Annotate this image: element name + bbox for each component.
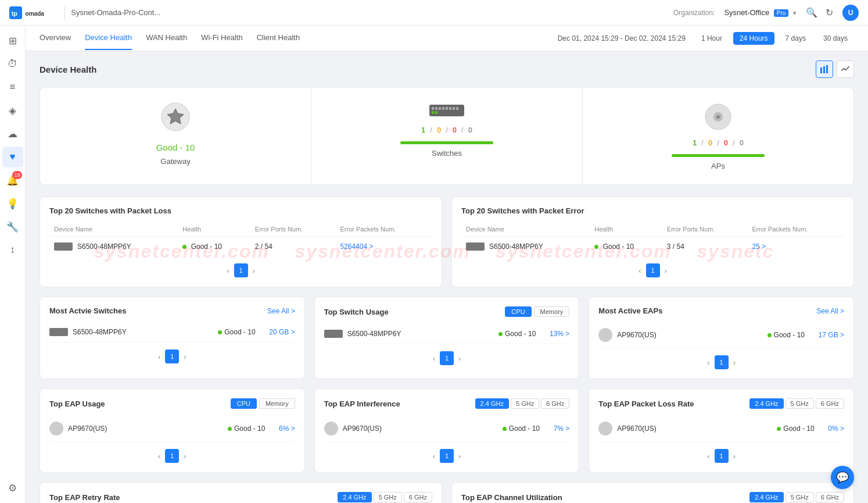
prev-page-btn-3[interactable]: ‹ <box>158 352 160 361</box>
subnav-wifi-health[interactable]: Wi-Fi Health <box>201 26 243 50</box>
next-page-btn-6[interactable]: › <box>184 452 186 461</box>
packet-loss-name: AP9670(US) <box>617 424 772 433</box>
view-btn-line[interactable] <box>837 60 854 78</box>
time-btn-30days[interactable]: 30 days <box>817 32 854 45</box>
next-page-btn-3[interactable]: › <box>184 352 186 361</box>
view-btn-chart[interactable] <box>816 60 833 78</box>
eap-value[interactable]: 17 GB > <box>819 331 844 339</box>
next-page-btn-7[interactable]: › <box>458 452 461 461</box>
sidebar-item-stats[interactable]: ⏱ <box>2 53 23 74</box>
time-btn-24hours[interactable]: 24 Hours <box>733 32 774 45</box>
ghz-2.4-btn[interactable]: 2.4 GHz <box>475 398 509 409</box>
next-page-btn[interactable]: › <box>253 266 255 275</box>
page-1-btn-4[interactable]: 1 <box>440 351 454 365</box>
next-page-btn-4[interactable]: › <box>458 354 461 363</box>
ghz-2.4-btn-3[interactable]: 2.4 GHz <box>338 492 371 502</box>
error-packets-link[interactable]: 5264404 > <box>340 242 373 251</box>
prev-page-btn[interactable]: ‹ <box>227 266 229 275</box>
sidebar-item-list[interactable]: ≡ <box>2 77 23 98</box>
subnav-wan-health[interactable]: WAN Health <box>146 26 187 50</box>
sidebar-item-health[interactable]: ♥ <box>2 147 23 167</box>
ghz-5-btn-3[interactable]: 5 GHz <box>374 492 402 502</box>
mid-row: Most Actvie Switches See All > S6500-48M… <box>40 297 854 379</box>
eap-cpu-toggle-btn[interactable]: CPU <box>231 398 257 409</box>
sidebar-item-settings[interactable]: ⚙ <box>2 477 23 498</box>
error-packets-link-2[interactable]: 25 > <box>752 242 766 251</box>
prev-page-btn-7[interactable]: ‹ <box>433 452 435 461</box>
sidebar-item-cloud[interactable]: ☁ <box>2 123 23 144</box>
next-page-btn-5[interactable]: › <box>733 358 736 367</box>
sidebar-item-topology[interactable]: ◈ <box>2 100 23 121</box>
sidebar-item-insights[interactable]: 💡 <box>2 193 23 214</box>
switch-icon-sm-2 <box>324 330 343 338</box>
sidebar-item-traffic[interactable]: ↕ <box>2 240 23 261</box>
logo[interactable]: tp omada <box>9 6 52 19</box>
subnav-overview[interactable]: Overview <box>40 26 71 50</box>
page-1-btn-6[interactable]: 1 <box>165 449 179 463</box>
page-1-btn-3[interactable]: 1 <box>165 349 179 363</box>
packet-loss-header: Top 20 Switches with Packet Loss <box>49 206 432 215</box>
summary-gateway[interactable]: Good - 10 Gateway <box>40 88 311 184</box>
next-page-btn-8[interactable]: › <box>733 452 736 461</box>
switch-value[interactable]: 20 GB > <box>269 328 295 336</box>
subnav-client-health[interactable]: Client Health <box>257 26 300 50</box>
ghz-2.4-btn-4[interactable]: 2.4 GHz <box>749 492 783 502</box>
search-icon[interactable]: 🔍 <box>806 7 817 18</box>
interference-value[interactable]: 7% > <box>554 424 570 433</box>
ap-icon-sm-2 <box>49 422 63 436</box>
cpu-toggle-btn[interactable]: CPU <box>505 306 531 317</box>
ghz-2.4-btn-2[interactable]: 2.4 GHz <box>749 398 783 409</box>
chat-fab-button[interactable]: 💬 <box>831 466 854 489</box>
time-btn-1hour[interactable]: 1 Hour <box>695 32 729 45</box>
ghz-6-btn-3[interactable]: 6 GHz <box>404 492 432 502</box>
list-item: AP9670(US) Good - 10 6% > <box>49 416 295 442</box>
eap-row: Top EAP Usage CPU Memory AP9670(US) Good… <box>40 388 854 473</box>
svg-rect-7 <box>429 105 464 116</box>
eap-packet-loss-ghz: 2.4 GHz 5 GHz 6 GHz <box>749 398 844 409</box>
subnav-device-health[interactable]: Device Health <box>85 26 132 50</box>
refresh-icon[interactable]: ↻ <box>826 7 833 18</box>
eap-memory-toggle-btn[interactable]: Memory <box>259 398 295 409</box>
time-btn-7days[interactable]: 7 days <box>779 32 812 45</box>
most-active-switches-card: Most Actvie Switches See All > S6500-48M… <box>40 297 305 379</box>
col-error-ports: Error Ports Num. <box>250 222 336 237</box>
prev-page-btn-5[interactable]: ‹ <box>707 358 709 367</box>
ghz-6-btn[interactable]: 6 GHz <box>541 398 569 409</box>
sidebar-item-tools[interactable]: 🔧 <box>2 216 23 237</box>
ghz-6-btn-4[interactable]: 6 GHz <box>816 492 844 502</box>
ghz-5-btn-4[interactable]: 5 GHz <box>785 492 814 502</box>
see-all-eaps[interactable]: See All > <box>816 307 844 315</box>
insights-icon: 💡 <box>6 198 19 210</box>
switch-usage-toggle: CPU Memory <box>505 306 569 317</box>
ghz-6-btn-2[interactable]: 6 GHz <box>816 398 844 409</box>
sidebar-item-dashboard[interactable]: ⊞ <box>2 30 23 51</box>
page-1-btn-5[interactable]: 1 <box>715 355 729 369</box>
org-dropdown-icon[interactable]: ▾ <box>793 9 797 16</box>
eap-usage-value[interactable]: 6% > <box>279 424 295 433</box>
switch-device-icon-2 <box>466 242 485 251</box>
ghz-5-btn-2[interactable]: 5 GHz <box>785 398 814 409</box>
prev-page-btn-4[interactable]: ‹ <box>433 354 435 363</box>
packet-loss-rate-value[interactable]: 0% > <box>828 424 844 433</box>
summary-aps[interactable]: 1 / 0 / 0 / 0 APs <box>583 88 853 184</box>
page-1-btn-2[interactable]: 1 <box>646 263 660 277</box>
next-page-btn-2[interactable]: › <box>665 266 667 275</box>
page-1-btn-7[interactable]: 1 <box>440 449 454 463</box>
prev-page-btn-6[interactable]: ‹ <box>158 452 160 461</box>
prev-page-btn-8[interactable]: ‹ <box>707 452 709 461</box>
page-1-btn-8[interactable]: 1 <box>715 449 729 463</box>
memory-toggle-btn[interactable]: Memory <box>534 306 570 317</box>
sidebar-item-notifications[interactable]: 🔔 19 <box>2 170 23 191</box>
switch-usage-value[interactable]: 13% > <box>550 330 569 338</box>
ap-icon-sm-4 <box>598 422 612 436</box>
avatar[interactable]: U <box>842 5 859 21</box>
prev-page-btn-2[interactable]: ‹ <box>639 266 641 275</box>
see-all-switches[interactable]: See All > <box>267 307 295 315</box>
ghz-5-btn[interactable]: 5 GHz <box>511 398 539 409</box>
col-device-name: Device Name <box>49 222 178 237</box>
page-1-btn[interactable]: 1 <box>234 263 248 277</box>
interference-pagination: ‹ 1 › <box>324 449 570 463</box>
summary-switches[interactable]: 1 / 0 / 0 / 0 Switches <box>311 88 583 184</box>
org-name: Sysnet-Office Pro ▾ <box>724 8 797 17</box>
svg-rect-11 <box>442 107 444 110</box>
